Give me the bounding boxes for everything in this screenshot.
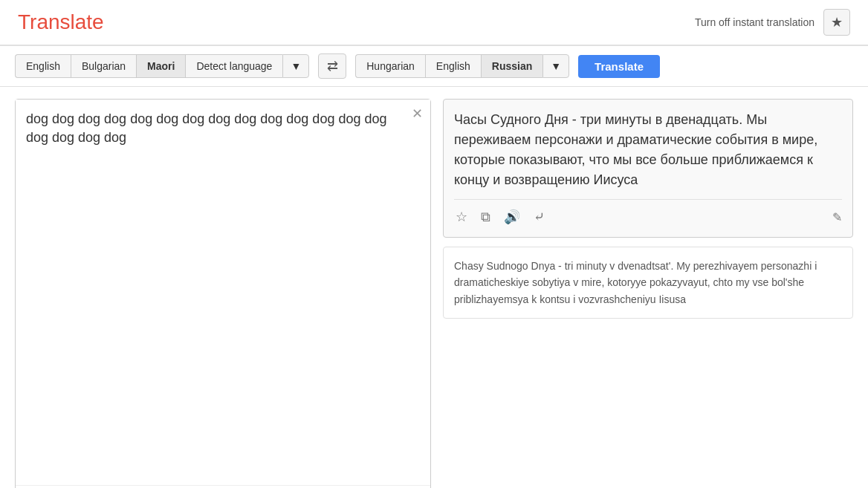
header-right: Turn off instant translation ★ bbox=[695, 9, 850, 36]
copy-icon: ⧉ bbox=[481, 209, 490, 224]
star-icon: ★ bbox=[831, 14, 843, 30]
target-lang-hungarian[interactable]: Hungarian bbox=[355, 54, 425, 78]
target-lang-english[interactable]: English bbox=[425, 54, 481, 78]
clear-input-button[interactable]: ✕ bbox=[412, 107, 423, 120]
source-lang-maori[interactable]: Maori bbox=[136, 54, 185, 78]
target-lang-russian[interactable]: Russian bbox=[481, 54, 542, 78]
app-title: Translate bbox=[18, 10, 104, 34]
input-footer: ⌨ ▾ 71/5000 bbox=[16, 485, 430, 488]
share-icon: ⤶ bbox=[534, 209, 545, 224]
edit-translation-button[interactable]: ✎ bbox=[832, 210, 842, 224]
source-lang-detect[interactable]: Detect language bbox=[185, 54, 282, 78]
copy-translation-button[interactable]: ⧉ bbox=[479, 208, 492, 227]
source-lang-english[interactable]: English bbox=[15, 54, 71, 78]
romanization-box: Chasy Sudnogo Dnya - tri minuty v dvenad… bbox=[443, 247, 853, 319]
translation-text: Часы Судного Дня - три минуты в двенадца… bbox=[454, 110, 842, 190]
listen-translation-button[interactable]: 🔊 bbox=[502, 207, 522, 227]
share-translation-button[interactable]: ⤶ bbox=[532, 207, 546, 227]
language-bar: English Bulgarian Maori Detect language … bbox=[0, 46, 868, 87]
source-text-input[interactable]: dog dog dog dog dog dog dog dog dog dog … bbox=[16, 100, 430, 226]
favorite-translation-button[interactable]: ☆ bbox=[454, 207, 469, 227]
translate-button[interactable]: Translate bbox=[578, 55, 660, 78]
favorite-button[interactable]: ★ bbox=[823, 9, 850, 36]
instant-translation-label: Turn off instant translation bbox=[695, 16, 814, 28]
header: Translate Turn off instant translation ★ bbox=[0, 0, 868, 45]
translation-actions: ☆ ⧉ 🔊 ⤶ ✎ bbox=[454, 199, 842, 227]
swap-icon: ⇄ bbox=[327, 58, 338, 74]
star-outline-icon: ☆ bbox=[456, 209, 467, 224]
romanization-text: Chasy Sudnogo Dnya - tri minuty v dvenad… bbox=[454, 260, 817, 305]
swap-languages-button[interactable]: ⇄ bbox=[318, 53, 346, 79]
source-lang-group: English Bulgarian Maori Detect language … bbox=[15, 54, 309, 78]
audio-icon: 🔊 bbox=[504, 209, 520, 224]
action-icons-group: ☆ ⧉ 🔊 ⤶ bbox=[454, 207, 546, 227]
target-lang-group: Hungarian English Russian ▼ bbox=[355, 54, 569, 78]
source-panel: dog dog dog dog dog dog dog dog dog dog … bbox=[15, 99, 431, 488]
pencil-icon: ✎ bbox=[832, 211, 842, 224]
main-content: dog dog dog dog dog dog dog dog dog dog … bbox=[0, 87, 868, 488]
source-lang-dropdown-button[interactable]: ▼ bbox=[282, 54, 309, 78]
source-lang-bulgarian[interactable]: Bulgarian bbox=[71, 54, 136, 78]
target-lang-dropdown-button[interactable]: ▼ bbox=[542, 54, 569, 78]
input-area: dog dog dog dog dog dog dog dog dog dog … bbox=[16, 100, 430, 485]
target-panel: Часы Судного Дня - три минуты в двенадца… bbox=[443, 99, 853, 488]
translation-box: Часы Судного Дня - три минуты в двенадца… bbox=[443, 99, 853, 238]
